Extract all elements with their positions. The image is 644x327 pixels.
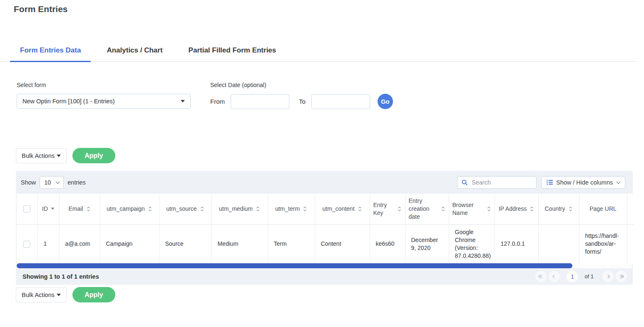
table-toolbar: Show 10 entries Show / Hide columns (16, 171, 633, 194)
form-select[interactable]: New Optin Form [100] (1 - Entries) (17, 94, 191, 109)
cell-email: a@a.com (59, 225, 100, 263)
entries-table: IDEmailutm_campaignutm_sourceutm_mediumu… (17, 194, 634, 263)
apply-button[interactable]: Apply (72, 148, 115, 163)
tab-analytics-chart[interactable]: Analytics / Chart (97, 42, 172, 62)
cell-ip-address: 127.0.0.1 (495, 225, 538, 263)
columns-list-icon (547, 180, 553, 185)
cell-country (538, 225, 579, 263)
previous-page-button[interactable] (549, 271, 560, 282)
clipped-column-cell (627, 225, 634, 263)
sort-icon (441, 206, 445, 212)
bulk-actions-row-bottom: Bulk Actions Apply (16, 287, 115, 302)
table-header-row: IDEmailutm_campaignutm_sourceutm_mediumu… (17, 194, 634, 225)
select-all-header-cell (17, 194, 37, 225)
column-header-id[interactable]: ID (37, 194, 59, 225)
sort-icon (397, 206, 402, 212)
select-date-group: Select Date (optional) From To Go (210, 82, 393, 109)
search-box (457, 176, 537, 189)
table-body: 1a@a.comCampaignSourceMediumTermContentk… (17, 225, 634, 263)
cell-utm-content: Content (315, 225, 370, 263)
first-page-button[interactable] (535, 271, 547, 282)
last-page-button[interactable] (616, 271, 627, 282)
entries-label: entries (67, 179, 86, 186)
select-form-group: Select form New Optin Form [100] (1 - En… (17, 82, 191, 109)
column-header-email[interactable]: Email (59, 194, 100, 225)
horizontal-scrollbar-thumb[interactable] (17, 263, 572, 268)
from-label: From (210, 98, 225, 105)
entries-summary: Showing 1 to 1 of 1 entries (22, 273, 99, 280)
cell-entry-creation-date: December 9, 2020 (405, 225, 449, 263)
sort-icon (568, 206, 573, 212)
tab-bar: Form Entries Data Analytics / Chart Part… (0, 42, 637, 62)
current-page-button[interactable]: 1 (567, 271, 578, 282)
pagination: 1 of 1 (533, 271, 627, 282)
go-button[interactable]: Go (378, 94, 393, 109)
sort-icon (530, 206, 534, 212)
show-hide-columns-label: Show / Hide columns (556, 179, 614, 186)
row-checkbox-cell (17, 225, 37, 263)
sort-icon (487, 206, 491, 212)
page-title: Form Entries (14, 4, 68, 14)
chevron-down-icon (56, 180, 60, 184)
column-header-utm-term[interactable]: utm_term (268, 194, 315, 225)
sort-icon (200, 206, 204, 212)
cell-utm-source: Source (159, 225, 211, 263)
search-input[interactable] (471, 179, 532, 186)
sort-icon (358, 206, 362, 212)
caret-down-icon (57, 155, 61, 157)
table-footer: Showing 1 to 1 of 1 entries 1 of 1 (16, 268, 633, 285)
column-header-utm-source[interactable]: utm_source (159, 194, 211, 225)
cell-browser-name: Google Chrome (Version: 87.0.4280.88) (449, 225, 495, 263)
page-count-label: of 1 (584, 273, 594, 280)
cell-utm-campaign: Campaign (100, 225, 159, 263)
column-header-page-url: Page URL (579, 194, 627, 225)
date-from-input[interactable] (231, 94, 289, 109)
page-size-value: 10 (44, 179, 51, 186)
bulk-actions-select[interactable]: Bulk Actions (16, 148, 67, 163)
column-header-utm-medium[interactable]: utm_medium (211, 194, 268, 225)
sort-icon (148, 206, 152, 212)
tab-form-entries-data[interactable]: Form Entries Data (10, 42, 91, 62)
column-header-ip-address[interactable]: IP Address (495, 194, 538, 225)
cell-id: 1 (37, 225, 59, 263)
column-header-entry-creation-date[interactable]: Entry creation date (405, 194, 449, 225)
chevron-down-icon (617, 180, 621, 184)
select-form-label: Select form (17, 82, 191, 88)
caret-down-icon (181, 100, 185, 102)
cell-page-url: https://handl-sandbox/ar-forms/ (579, 225, 627, 263)
apply-button-bottom[interactable]: Apply (72, 287, 115, 302)
sort-desc-icon (51, 207, 55, 210)
search-icon (462, 180, 467, 185)
chevron-left-icon (552, 275, 557, 279)
column-header-utm-content[interactable]: utm_content (315, 194, 370, 225)
chevron-right-icon (606, 275, 610, 279)
clipped-column-header (627, 194, 634, 225)
page-size-select[interactable]: 10 (40, 176, 64, 189)
cell-entry-key: ke6s60 (370, 225, 405, 263)
table-row: 1a@a.comCampaignSourceMediumTermContentk… (17, 225, 634, 263)
column-header-browser-name[interactable]: Browser Name (449, 194, 495, 225)
entries-table-card: Show 10 entries Show / Hide columns (16, 171, 633, 285)
show-label: Show (21, 179, 36, 186)
tab-partial-filled-form-entries[interactable]: Partial Filled Form Entries (179, 42, 286, 62)
column-header-utm-campaign[interactable]: utm_campaign (100, 194, 159, 225)
bulk-actions-value: Bulk Actions (22, 292, 55, 298)
to-label: To (299, 98, 306, 105)
column-header-entry-key[interactable]: Entry Key (370, 194, 405, 225)
cell-utm-medium: Medium (211, 225, 268, 263)
show-hide-columns-button[interactable]: Show / Hide columns (541, 176, 625, 189)
select-all-checkbox[interactable] (23, 205, 30, 212)
bulk-actions-select-bottom[interactable]: Bulk Actions (16, 287, 67, 302)
sort-icon (86, 206, 91, 212)
horizontal-scrollbar-track (17, 263, 632, 268)
caret-down-icon (57, 294, 61, 296)
sort-icon (303, 206, 307, 212)
date-to-input[interactable] (311, 94, 370, 109)
column-header-country[interactable]: Country (538, 194, 579, 225)
row-checkbox[interactable] (23, 241, 30, 248)
select-date-label: Select Date (optional) (210, 82, 393, 88)
next-page-button[interactable] (602, 271, 614, 282)
form-select-value: New Optin Form [100] (1 - Entries) (22, 98, 115, 105)
bulk-actions-value: Bulk Actions (22, 152, 55, 159)
cell-utm-term: Term (268, 225, 315, 263)
